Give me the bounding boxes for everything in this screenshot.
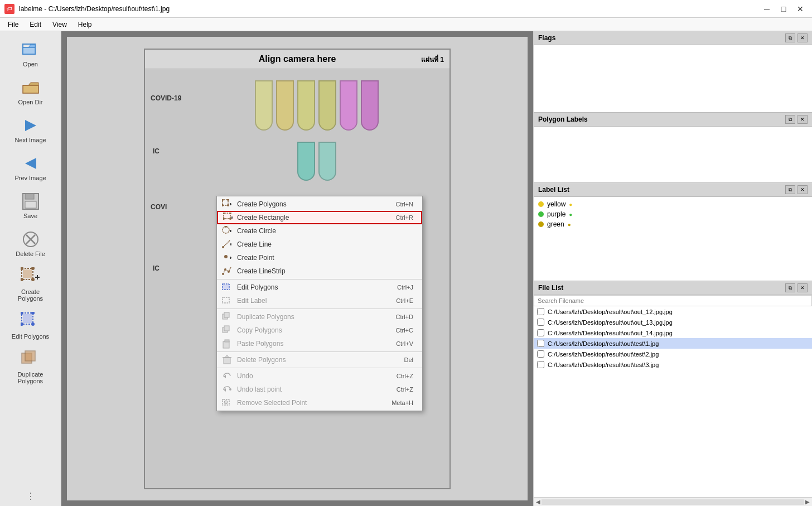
- ctx-duplicate-polygons[interactable]: Duplicate Polygons Ctrl+D: [217, 310, 422, 324]
- file-path-2: C:/Users/lzh/Desktop/result\out\out_14.j…: [548, 330, 673, 336]
- file-item-1[interactable]: C:/Users/lzh/Desktop/result\out\out_13.j…: [534, 317, 812, 327]
- svg-rect-61: [224, 312, 229, 317]
- next-image-button[interactable]: Next Image: [6, 112, 56, 147]
- menu-help[interactable]: Help: [72, 20, 98, 30]
- ctx-delete-polygons[interactable]: Delete Polygons Del: [217, 353, 422, 367]
- ctx-remove-selected-point[interactable]: Remove Selected Point Meta+H: [217, 396, 422, 409]
- label-dot-indicator-green: ●: [568, 221, 571, 228]
- ctx-edit-polygons[interactable]: Edit Polygons Ctrl+J: [217, 281, 422, 294]
- ctx-create-circle-icon: [221, 225, 233, 237]
- file-checkbox-2[interactable]: [537, 329, 544, 336]
- minimize-button[interactable]: ─: [760, 3, 774, 15]
- ctx-create-polygons-label: Create Polygons: [237, 200, 287, 208]
- menu-edit[interactable]: Edit: [24, 20, 47, 30]
- file-checkbox-3[interactable]: [537, 340, 544, 347]
- file-search-input[interactable]: [534, 295, 812, 306]
- left-toolbar: Open Open Dir Next Image: [0, 31, 61, 506]
- ctx-create-point[interactable]: Create Point: [217, 251, 422, 264]
- file-list-scroll-left[interactable]: ◀: [536, 499, 540, 505]
- ctx-copy-polygons[interactable]: Copy Polygons Ctrl+C: [217, 324, 422, 337]
- open-dir-button[interactable]: Open Dir: [6, 74, 56, 109]
- label-list-float-button[interactable]: ⧉: [785, 185, 795, 194]
- covid-label-2: COVI: [151, 203, 167, 211]
- canvas-area: Align camera here แผ่นที่ 1 COVID-19: [61, 31, 533, 506]
- file-list-close-button[interactable]: ✕: [798, 283, 808, 292]
- svg-point-18: [31, 278, 35, 281]
- label-item-purple[interactable]: purple ●: [536, 209, 810, 219]
- edit-polygons-button[interactable]: Edit Polygons: [6, 308, 56, 344]
- svg-rect-9: [25, 201, 36, 208]
- ctx-create-linestrip[interactable]: Create LineStrip: [217, 264, 422, 278]
- duplicate-polygons-label: Duplicate Polygons: [8, 371, 53, 384]
- flags-header: Flags ⧉ ✕: [534, 31, 812, 45]
- svg-rect-65: [225, 340, 229, 342]
- svg-point-51: [224, 255, 228, 258]
- app-icon: 🏷: [4, 4, 14, 14]
- menu-view[interactable]: View: [47, 20, 72, 30]
- label-dot-purple: [538, 211, 544, 217]
- ic-label-2: IC: [153, 264, 160, 272]
- duplicate-polygons-button[interactable]: Duplicate Polygons: [6, 346, 56, 388]
- file-checkbox-1[interactable]: [537, 319, 544, 326]
- svg-point-75: [224, 401, 228, 404]
- ctx-undo-last-point[interactable]: Undo last point Ctrl+Z: [217, 383, 422, 396]
- flags-body: [534, 45, 812, 112]
- ctx-copy-polygons-shortcut: Ctrl+C: [396, 327, 413, 334]
- ctx-create-line[interactable]: Create Line: [217, 238, 422, 251]
- svg-marker-6: [25, 158, 36, 169]
- label-text-yellow: yellow: [547, 200, 566, 208]
- label-list-controls: ⧉ ✕: [785, 185, 808, 194]
- ctx-paste-polygons[interactable]: Paste Polygons Ctrl+V: [217, 337, 422, 350]
- flags-controls: ⧉ ✕: [785, 33, 808, 42]
- svg-line-47: [223, 240, 230, 247]
- ctx-create-rectangle-icon: [223, 212, 234, 223]
- svg-point-56: [228, 271, 230, 273]
- file-item-0[interactable]: C:/Users/lzh/Desktop/result\out\out_12.j…: [534, 306, 812, 317]
- label-list-close-button[interactable]: ✕: [798, 185, 808, 194]
- file-list-title: File List: [538, 284, 563, 292]
- ctx-create-rectangle[interactable]: Create Rectangle Ctrl+R: [217, 211, 422, 224]
- file-item-4[interactable]: C:/Users/lzh/Desktop/result\out\test\2.j…: [534, 349, 812, 359]
- save-label: Save: [23, 213, 37, 219]
- prev-image-button[interactable]: Prev Image: [6, 150, 56, 185]
- ctx-undo-last-point-label: Undo last point: [237, 385, 282, 393]
- label-text-purple: purple: [547, 210, 566, 218]
- ctx-create-circle[interactable]: Create Circle: [217, 224, 422, 238]
- ctx-create-polygons[interactable]: Create Polygons Ctrl+N: [217, 197, 422, 211]
- svg-point-40: [229, 218, 231, 220]
- label-item-yellow[interactable]: yellow ●: [536, 199, 810, 209]
- close-button[interactable]: ✕: [793, 3, 808, 15]
- ctx-edit-label[interactable]: Edit Label Ctrl+E: [217, 294, 422, 307]
- delete-file-button[interactable]: Delete File: [6, 225, 56, 261]
- create-polygons-label: Create Polygons: [8, 288, 53, 302]
- file-checkbox-4[interactable]: [537, 350, 544, 358]
- label-item-green[interactable]: green ●: [536, 219, 810, 229]
- file-checkbox-0[interactable]: [537, 308, 544, 315]
- file-item-5[interactable]: C:/Users/lzh/Desktop/result\out\test\3.j…: [534, 359, 812, 370]
- create-polygons-button[interactable]: Create Polygons: [6, 263, 56, 306]
- svg-rect-8: [25, 194, 34, 199]
- ctx-undo[interactable]: Undo Ctrl+Z: [217, 369, 422, 383]
- menu-file[interactable]: File: [2, 20, 24, 30]
- ctx-delete-polygons-label: Delete Polygons: [237, 356, 286, 364]
- polygon-labels-close-button[interactable]: ✕: [798, 115, 808, 124]
- svg-rect-14: [23, 269, 32, 278]
- file-item-3[interactable]: C:/Users/lzh/Desktop/result\out\test\1.j…: [534, 338, 812, 349]
- save-button[interactable]: Save: [6, 187, 56, 223]
- svg-rect-4: [23, 85, 38, 93]
- polygon-labels-body: [534, 127, 812, 182]
- ctx-copy-polygons-icon: [221, 325, 233, 336]
- label-dot-green: [538, 221, 544, 227]
- open-button[interactable]: Open: [6, 36, 56, 71]
- ctx-duplicate-polygons-shortcut: Ctrl+D: [396, 314, 413, 320]
- file-list-float-button[interactable]: ⧉: [785, 283, 795, 292]
- flags-close-button[interactable]: ✕: [798, 33, 808, 42]
- maximize-button[interactable]: □: [776, 3, 791, 15]
- file-list-scroll-right[interactable]: ▶: [805, 499, 810, 505]
- flags-float-button[interactable]: ⧉: [785, 33, 795, 42]
- file-checkbox-5[interactable]: [537, 361, 544, 368]
- svg-rect-2: [23, 47, 35, 54]
- more-button[interactable]: ⋮: [26, 491, 35, 502]
- file-item-2[interactable]: C:/Users/lzh/Desktop/result\out\out_14.j…: [534, 327, 812, 338]
- polygon-labels-float-button[interactable]: ⧉: [785, 115, 795, 124]
